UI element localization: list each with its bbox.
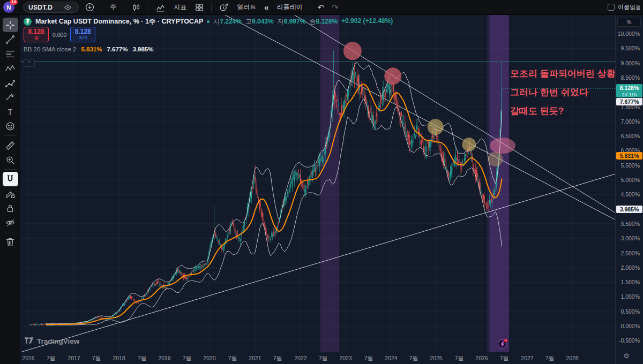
symbol-details-icon <box>62 1 73 14</box>
marker-circle-red[interactable] <box>343 42 362 60</box>
tool-trend-line-icon[interactable] <box>3 32 18 47</box>
x-axis-year-tick: 2017 <box>68 355 80 361</box>
marker-circle-red[interactable] <box>384 67 401 85</box>
alert-clock-icon[interactable] <box>217 1 230 14</box>
candle-wicks-up <box>30 50 502 326</box>
close-value: 8.128% <box>316 18 338 25</box>
tool-zoom-in-icon[interactable] <box>3 153 18 167</box>
x-axis-year-tick: 2020 <box>203 355 215 361</box>
legend-title[interactable]: Market Cap USDT Dominance, % · 1주 · CRYP… <box>35 17 203 26</box>
x-axis-mid-tick: 7월 <box>409 355 418 362</box>
y-axis-tick: 7.000% <box>620 118 640 125</box>
avatar-initial: N <box>7 4 11 11</box>
last-bar-flash-icon[interactable] <box>498 339 507 348</box>
tool-draw-lock-icon[interactable] <box>3 186 18 201</box>
tool-forecast-icon[interactable] <box>3 75 18 90</box>
bb-upper-line <box>46 63 502 324</box>
sell-button[interactable]: 8.128 셀 <box>24 27 49 42</box>
tool-text-icon[interactable]: T <box>3 104 18 119</box>
alert-button[interactable]: 얼러트 <box>235 3 258 12</box>
spread-value: 0.000 <box>51 32 68 38</box>
marker-circle-yellow[interactable] <box>462 138 476 151</box>
change-value: +0.902 (+12.48%) <box>341 17 393 26</box>
x-axis-year-tick: 2022 <box>294 355 306 361</box>
chart-annotation-text[interactable]: 모조리 돌파되어버린 상황 그러나 한번 쉬었다 갈때도 된듯? <box>510 64 615 120</box>
highlight-band[interactable] <box>320 15 340 352</box>
price-unit-button[interactable]: % <box>617 18 641 27</box>
compare-add-icon[interactable] <box>83 1 96 14</box>
x-axis-mid-tick: 7월 <box>47 355 55 362</box>
trade-panel: 8.128 셀 0.000 8.128 바이 <box>24 27 95 42</box>
chart-style-icon[interactable] <box>130 1 143 14</box>
tool-emoji-icon[interactable] <box>3 119 18 133</box>
symbol-name: USDT.D <box>28 4 53 11</box>
open-value: 7.224% <box>220 18 242 25</box>
tool-hide-all-icon[interactable] <box>3 215 18 230</box>
undo-icon[interactable]: ↶ <box>316 1 326 14</box>
ohlc-values: 시7.224% 고9.043% 저6.997% 종8.128% +0.902 (… <box>213 17 393 26</box>
top-toolbar: N 13 USDT.D 주 지표 얼러트 « 리플레이 ↶ ↷ 이름없음 <box>0 0 643 15</box>
axis-settings-gear-icon[interactable]: ⚙ <box>623 352 630 360</box>
replay-button[interactable]: 리플레이 <box>274 3 304 12</box>
y-axis-tick: 3.500% <box>620 221 640 227</box>
tool-lock-all-icon[interactable] <box>3 201 18 215</box>
current-price-badge: 8.128% 2d 11h <box>616 84 642 97</box>
x-axis-mid-tick: 7월 <box>138 355 146 362</box>
marker-circle-yellow_faded[interactable] <box>488 151 503 166</box>
buy-button[interactable]: 8.128 바이 <box>70 27 95 42</box>
indicator-legend[interactable]: BB 20 SMA close 2 5.831% 7.677% 3.985% <box>24 46 154 52</box>
tool-xabcd-pattern-icon[interactable] <box>3 61 18 75</box>
collapse-legend-button[interactable]: ⌃ <box>24 59 35 67</box>
tool-brush-icon[interactable] <box>3 90 18 104</box>
marker-circle-pink[interactable] <box>490 138 515 154</box>
x-axis-year-tick: 2023 <box>339 355 352 361</box>
tool-ruler-icon[interactable] <box>3 138 18 153</box>
tradingview-watermark: TradingView <box>25 337 79 345</box>
timeframe-button[interactable]: 주 <box>108 3 118 12</box>
indicators-icon[interactable] <box>154 1 167 14</box>
x-axis-year-tick: 2026 <box>475 355 488 361</box>
bb-basis-value: 5.831% <box>81 46 102 52</box>
price-axis[interactable]: % 8.128% 2d 11h 7.677% 5.831% 3.985% ⚙ 1… <box>615 15 643 364</box>
divider <box>310 3 310 12</box>
y-axis-tick: 9.500% <box>620 45 640 51</box>
divider <box>211 3 212 12</box>
save-layout-icon[interactable] <box>608 4 615 11</box>
tool-crosshair-icon[interactable] <box>3 18 18 32</box>
layout-grid-icon[interactable] <box>193 1 206 14</box>
chart-area[interactable]: ₮ Market Cap USDT Dominance, % · 1주 · CR… <box>20 15 615 352</box>
tool-fib-retracement-icon[interactable] <box>3 47 18 61</box>
divider <box>124 3 124 12</box>
bb-lower-value: 3.985% <box>132 46 153 52</box>
indicator-name: BB 20 SMA close 2 <box>24 46 76 52</box>
y-axis-tick: 0.000% <box>620 323 640 329</box>
marker-circle-yellow[interactable] <box>428 119 444 135</box>
x-axis-year-tick: 2024 <box>385 355 397 361</box>
x-axis-year-tick: 2016 <box>22 355 34 361</box>
y-axis-tick: 5.500% <box>620 162 640 169</box>
bb-basis-badge: 5.831% <box>616 152 642 160</box>
chart-legend[interactable]: ₮ Market Cap USDT Dominance, % · 1주 · CR… <box>24 17 393 26</box>
x-axis-year-tick: 2018 <box>113 355 125 361</box>
tool-remove-all-icon[interactable] <box>3 234 18 249</box>
x-axis-mid-tick: 7월 <box>319 355 327 362</box>
bb-lower-badge: 3.985% <box>616 206 642 213</box>
highlight-band[interactable] <box>489 15 509 352</box>
time-axis[interactable]: 20167월20177월20187월20197월20207월20217월2022… <box>20 352 615 364</box>
y-axis-tick: 6.500% <box>620 133 640 139</box>
indicators-button[interactable]: 지표 <box>171 3 189 12</box>
ascending-support[interactable] <box>20 174 615 352</box>
tool-magnet-icon[interactable] <box>3 172 18 186</box>
replay-icon[interactable]: « <box>263 1 270 14</box>
x-axis-mid-tick: 7월 <box>228 355 237 362</box>
x-axis-year-tick: 2021 <box>249 355 261 361</box>
bb-upper-badge: 7.677% <box>616 98 642 105</box>
divider <box>4 169 17 170</box>
bar-countdown: 2d 11h <box>616 92 642 97</box>
redo-icon[interactable]: ↷ <box>330 1 340 14</box>
x-axis-year-tick: 2025 <box>430 355 442 361</box>
layout-name[interactable]: 이름없음 <box>618 3 640 11</box>
avatar[interactable]: N 13 <box>3 2 14 13</box>
divider <box>4 232 17 232</box>
symbol-search[interactable]: USDT.D <box>23 2 79 13</box>
